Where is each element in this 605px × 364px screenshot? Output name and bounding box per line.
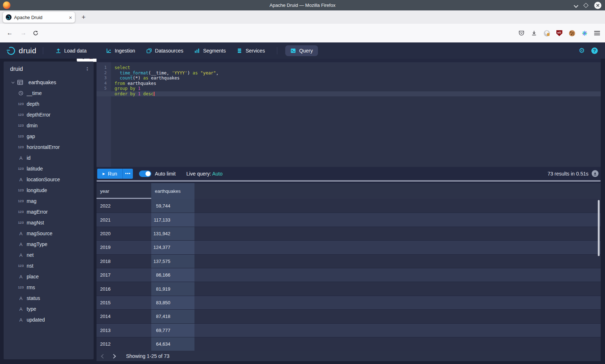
sidebar-column-status[interactable]: Astatus	[4, 293, 94, 304]
table-row[interactable]: 201681,919	[97, 282, 601, 295]
string-type-icon: A	[17, 252, 24, 258]
table-row[interactable]: 201583,850	[97, 296, 601, 309]
table-row[interactable]: 2019124,377	[97, 240, 601, 254]
sidebar-column-__time[interactable]: __time	[4, 88, 94, 99]
sidebar-column-updated[interactable]: Aupdated	[4, 314, 94, 325]
sidebar-column-rms[interactable]: 123rms	[4, 282, 94, 293]
sidebar-column-gap[interactable]: 123gap	[4, 131, 94, 142]
downloads-icon[interactable]	[530, 29, 538, 37]
sidebar-column-depth[interactable]: 123depth	[4, 99, 94, 109]
back-icon[interactable]: ←	[4, 24, 15, 42]
number-type-icon: 123	[17, 199, 24, 203]
reload-icon[interactable]	[30, 24, 41, 42]
druid-logo[interactable]: druid	[6, 45, 36, 56]
cell-year: 2016	[97, 282, 151, 295]
druid-logo-icon	[6, 45, 17, 56]
column-header-earthquakes[interactable]: earthquakes	[151, 183, 194, 199]
window-title: Apache Druid — Mozilla Firefox	[0, 0, 605, 10]
table-row[interactable]: 201786,166	[97, 268, 601, 282]
table-row[interactable]: 201487,418	[97, 309, 601, 323]
nav-load-data[interactable]: Load data	[55, 45, 86, 56]
sidebar-column-magSource[interactable]: AmagSource	[4, 228, 94, 239]
number-type-icon: 123	[17, 286, 24, 289]
number-type-icon: 123	[17, 264, 24, 268]
cell-earthquakes: 87,418	[151, 310, 194, 323]
auto-limit-label: Auto limit	[155, 171, 176, 177]
sidebar-column-longitude[interactable]: 123longitude	[4, 185, 94, 196]
cell-year: 2015	[97, 296, 151, 309]
pocket-icon[interactable]	[518, 29, 525, 37]
sidebar-column-dmin[interactable]: 123dmin	[4, 120, 94, 131]
code-line: group by 1	[97, 86, 601, 91]
code-line: order by 1 desc	[97, 91, 601, 97]
cell-earthquakes: 83,850	[151, 296, 194, 309]
window-maximize-button[interactable]	[584, 2, 588, 9]
sidebar-column-locationSource[interactable]: AlocationSource	[4, 174, 94, 185]
sidebar-table-earthquakes[interactable]: earthquakes	[4, 77, 94, 88]
cell-earthquakes: 124,377	[151, 241, 194, 254]
sort-icon[interactable]: ▲▼	[86, 66, 89, 71]
sidebar-column-mag[interactable]: 123mag	[4, 196, 94, 206]
sql-editor[interactable]: 123456 select time_format(__time, 'YYYY'…	[97, 62, 601, 167]
download-results-icon[interactable]	[592, 170, 599, 177]
table-row[interactable]: 201369,777	[97, 323, 601, 337]
sidebar-column-place[interactable]: Aplace	[4, 271, 94, 282]
sidebar-column-latitude[interactable]: 123latitude	[4, 163, 94, 174]
horizontal-scrollbar[interactable]	[97, 180, 601, 182]
cell-year: 2014	[97, 310, 151, 323]
sidebar-column-magNst[interactable]: 123magNst	[4, 217, 94, 228]
sidebar-column-id[interactable]: Aid	[4, 153, 94, 163]
table-row[interactable]: 202259,744	[97, 199, 601, 213]
auto-limit-toggle[interactable]	[139, 170, 151, 177]
cell-earthquakes: 137,575	[151, 255, 194, 268]
run-button[interactable]: ▶Run	[97, 169, 122, 179]
sidebar-column-depthError[interactable]: 123depthError	[4, 109, 94, 120]
nav-query[interactable]: Query	[285, 45, 318, 56]
column-header-year[interactable]: year	[97, 183, 151, 199]
ublock-icon[interactable]: uO	[556, 29, 563, 37]
new-tab-button[interactable]: +	[79, 13, 89, 22]
next-page-icon[interactable]	[105, 353, 115, 359]
menu-icon[interactable]	[593, 29, 601, 37]
sidebar-column-net[interactable]: Anet	[4, 250, 94, 260]
asterisk-extension-icon[interactable]	[581, 29, 588, 37]
nav-segments[interactable]: Segments	[194, 45, 226, 56]
table-row[interactable]: 2018137,575	[97, 254, 601, 268]
privacy-badger-icon[interactable]	[543, 29, 550, 37]
forward-icon: →	[18, 24, 29, 42]
sidebar-column-magType[interactable]: AmagType	[4, 239, 94, 250]
services-icon	[237, 47, 243, 54]
sql-code[interactable]: select time_format(__time, 'YYYY') as "y…	[97, 62, 601, 96]
cell-earthquakes: 81,919	[151, 282, 194, 295]
cell-year: 2018	[97, 255, 151, 268]
table-row[interactable]: 201264,634	[97, 337, 601, 351]
chevron-down-icon[interactable]	[10, 82, 16, 83]
live-query-value[interactable]: Auto	[212, 171, 223, 177]
sidebar-column-horizontalError[interactable]: 123horizontalError	[4, 142, 94, 153]
nav-ingestion[interactable]: Ingestion	[106, 45, 135, 56]
nav-services[interactable]: Services	[237, 45, 265, 56]
cell-year: 2021	[97, 213, 151, 226]
vertical-scrollbar[interactable]	[598, 200, 600, 256]
tab-apache-druid[interactable]: Apache Druid ×	[3, 12, 75, 23]
sidebar-column-magError[interactable]: 123magError	[4, 206, 94, 217]
toggle-knob	[145, 171, 151, 176]
sidebar-column-type[interactable]: Atype	[4, 304, 94, 314]
sidebar-column-nst[interactable]: 123nst	[4, 260, 94, 271]
prev-page-icon[interactable]	[102, 353, 105, 359]
window-titlebar: Apache Druid — Mozilla Firefox	[0, 0, 605, 10]
help-icon[interactable]: ?	[591, 47, 598, 54]
table-row[interactable]: 2020131,942	[97, 227, 601, 240]
window-close-button[interactable]	[594, 2, 601, 9]
table-row[interactable]: 2021117,133	[97, 213, 601, 226]
nav-datasources[interactable]: Datasources	[146, 45, 183, 56]
cookie-extension-icon[interactable]	[568, 29, 575, 37]
string-type-icon: A	[17, 155, 24, 161]
run-more-button[interactable]: •••	[122, 169, 133, 179]
settings-gear-icon[interactable]: ⚙	[579, 46, 585, 55]
cell-year: 2012	[97, 337, 151, 351]
tab-close-icon[interactable]: ×	[69, 15, 72, 20]
load-data-icon	[55, 47, 61, 54]
schema-tree: earthquakes __time123depth123depthError1…	[4, 77, 94, 325]
window-minimize-button[interactable]	[574, 2, 578, 9]
